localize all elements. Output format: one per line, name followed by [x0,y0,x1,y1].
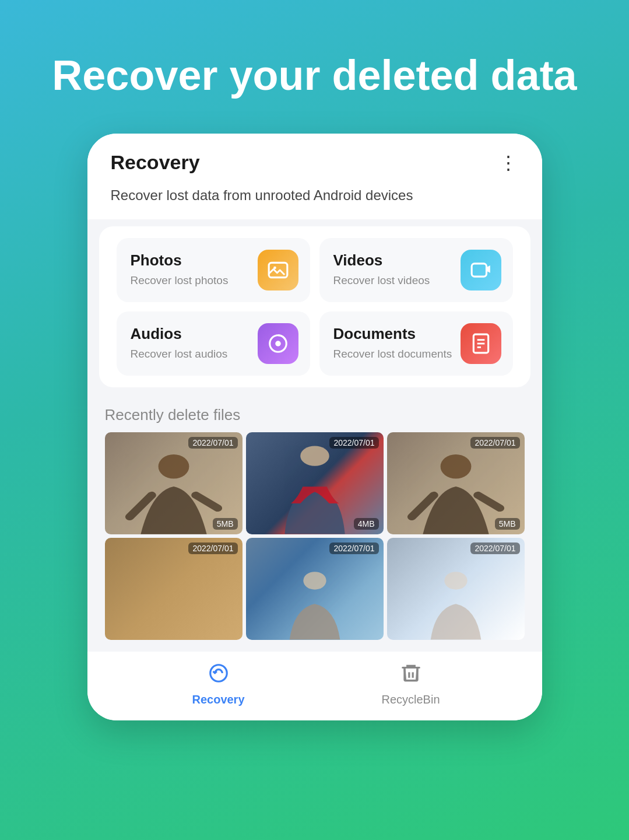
photos-card-text: Photos Recover lost photos [131,251,229,289]
documents-subtitle: Recover lost documents [333,346,452,362]
photo-thumb-4[interactable]: 2022/07/01 [105,538,243,640]
subtitle-text: Recover lost data from unrooted Android … [111,186,519,205]
svg-point-18 [210,665,227,682]
recovery-cards-grid: Photos Recover lost photos Videos Recove… [99,226,530,387]
photos-card[interactable]: Photos Recover lost photos [117,238,310,302]
photos-grid: 2022/07/01 5MB 2022/07/01 4MB [105,432,525,640]
photo-thumb-2[interactable]: 2022/07/01 4MB [246,432,384,534]
videos-card-text: Videos Recover lost videos [333,251,430,289]
hero-title: Recover your deleted data [17,52,612,99]
photos-icon [258,250,298,290]
photo-thumb-6[interactable]: 2022/07/01 [387,538,525,640]
recovery-nav-label: Recovery [192,693,244,706]
svg-point-4 [275,341,281,346]
photo-thumb-3[interactable]: 2022/07/01 5MB [387,432,525,534]
documents-icon [461,323,501,364]
photos-title: Photos [131,251,229,270]
svg-rect-19 [404,667,417,680]
nav-recycle-bin[interactable]: RecycleBin [376,662,446,706]
photo-date-4: 2022/07/01 [188,542,237,554]
svg-line-11 [195,495,217,508]
subtitle-bar: Recover lost data from unrooted Android … [87,186,542,219]
svg-point-13 [440,454,471,479]
documents-title: Documents [333,325,452,343]
nav-recovery[interactable]: Recovery [184,662,254,706]
app-title: Recovery [111,151,200,174]
audios-card-text: Audios Recover lost audios [131,325,228,362]
videos-icon [461,250,501,290]
recycle-bin-nav-label: RecycleBin [381,693,440,706]
photo-date-3: 2022/07/01 [470,437,519,449]
bottom-nav: Recovery RecycleBin [87,652,542,720]
recently-deleted-title: Recently delete files [105,406,525,424]
svg-line-15 [477,495,500,508]
menu-button[interactable]: ⋮ [499,152,519,174]
audios-subtitle: Recover lost audios [131,346,228,362]
videos-title: Videos [333,251,430,270]
svg-rect-2 [472,264,486,276]
videos-card[interactable]: Videos Recover lost videos [319,238,513,302]
photo-thumb-5[interactable]: 2022/07/01 [246,538,384,640]
svg-point-17 [444,572,467,590]
documents-card-text: Documents Recover lost documents [333,325,452,362]
svg-point-12 [300,446,329,466]
photo-date-1: 2022/07/01 [188,437,237,449]
photo-date-5: 2022/07/01 [329,542,378,554]
videos-subtitle: Recover lost videos [333,273,430,289]
recycle-bin-nav-icon [400,662,422,690]
top-bar: Recovery ⋮ [87,134,542,186]
photo-thumb-1[interactable]: 2022/07/01 5MB [105,432,243,534]
recently-deleted-section: Recently delete files 2022/07/01 5MB [87,394,542,646]
recovery-nav-icon [208,662,230,690]
audios-title: Audios [131,325,228,343]
photo-date-6: 2022/07/01 [470,542,519,554]
app-card: Recovery ⋮ Recover lost data from unroot… [87,134,542,720]
svg-point-16 [303,572,326,590]
documents-card[interactable]: Documents Recover lost documents [319,312,513,376]
audios-icon [258,323,298,364]
svg-point-9 [158,454,189,479]
photos-subtitle: Recover lost photos [131,273,229,289]
audios-card[interactable]: Audios Recover lost audios [117,312,310,376]
